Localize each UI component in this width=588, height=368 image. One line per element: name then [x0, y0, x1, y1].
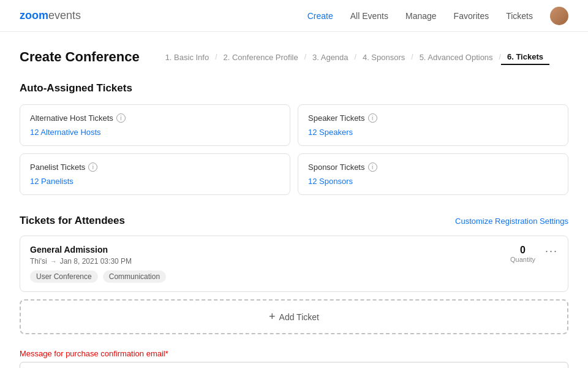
ga-date-end: Jan 8, 2021 03:30 PM [60, 257, 132, 266]
nav-manage[interactable]: Manage [405, 11, 437, 21]
page-header: Create Conference 1. Basic Info / 2. Con… [20, 49, 568, 65]
required-indicator: * [165, 349, 168, 358]
step-advanced-options[interactable]: 5. Advanced Options [413, 50, 499, 64]
speaker-link[interactable]: 12 Speakers [308, 128, 558, 137]
auto-assigned-title: Auto-Assigned Tickets [20, 82, 568, 94]
logo: zoomevents [20, 9, 81, 22]
step-agenda[interactable]: 3. Agenda [306, 50, 355, 64]
step-sponsors[interactable]: 4. Sponsors [356, 50, 411, 64]
alt-host-label: Alternative Host Tickets [30, 113, 113, 123]
purchase-email-label: Message for purchase confirmation email* [20, 349, 568, 358]
header: zoomevents Create All Events Manage Favo… [0, 0, 588, 32]
ga-quantity-number: 0 [510, 245, 535, 256]
add-ticket-label: Add Ticket [279, 312, 319, 322]
plus-icon: + [269, 310, 276, 323]
avatar[interactable] [550, 7, 568, 25]
speaker-info-icon[interactable]: i [368, 113, 377, 123]
panelist-card-title: Panelist Tickets i [30, 163, 280, 172]
panelist-link[interactable]: 12 Panelists [30, 177, 280, 186]
nav-create[interactable]: Create [307, 11, 333, 21]
general-admission-card: General Admission Thi'si → Jan 8, 2021 0… [20, 236, 568, 292]
step-basic-info[interactable]: 1. Basic Info [159, 50, 216, 64]
nav-favorites[interactable]: Favorites [454, 11, 489, 21]
main-nav: Create All Events Manage Favorites Ticke… [307, 7, 568, 25]
alt-host-info-icon[interactable]: i [116, 113, 126, 123]
speaker-card-title: Speaker Tickets i [308, 113, 558, 123]
panelist-ticket-card: Panelist Tickets i 12 Panelists [20, 153, 290, 195]
ga-date-range: Thi'si → Jan 8, 2021 03:30 PM [30, 257, 510, 266]
attendees-header: Tickets for Attendees Customize Registra… [20, 215, 568, 227]
ga-card-top: General Admission Thi'si → Jan 8, 2021 0… [30, 245, 558, 283]
sponsor-label: Sponsor Tickets [308, 163, 365, 172]
ga-date-start: Thi'si [30, 257, 47, 266]
page-title: Create Conference [20, 49, 140, 65]
ga-quantity-label: Quantity [510, 256, 535, 263]
alt-host-card-title: Alternative Host Tickets i [30, 113, 280, 123]
purchase-confirmation-textarea[interactable] [20, 362, 568, 368]
panelist-info-icon[interactable]: i [88, 163, 97, 172]
tag-communication: Communication [103, 270, 166, 283]
ga-card-left: General Admission Thi'si → Jan 8, 2021 0… [30, 245, 510, 283]
step-tickets[interactable]: 6. Tickets [501, 50, 549, 65]
sponsor-info-icon[interactable]: i [368, 163, 377, 172]
purchase-email-label-text: Message for purchase confirmation email [20, 349, 165, 358]
sponsor-link[interactable]: 12 Sponsors [308, 177, 558, 186]
panelist-label: Panelist Tickets [30, 163, 85, 172]
add-ticket-button[interactable]: + Add Ticket [20, 299, 568, 334]
ga-name: General Admission [30, 245, 510, 255]
ga-more-menu[interactable]: ··· [545, 245, 558, 258]
attendees-title: Tickets for Attendees [20, 215, 125, 227]
nav-all-events[interactable]: All Events [350, 11, 388, 21]
auto-assigned-grid: Alternative Host Tickets i 12 Alternativ… [20, 104, 568, 195]
nav-tickets[interactable]: Tickets [506, 11, 533, 21]
sponsor-card-title: Sponsor Tickets i [308, 163, 558, 172]
speaker-label: Speaker Tickets [308, 113, 365, 123]
avatar-image [550, 7, 568, 25]
alt-host-ticket-card: Alternative Host Tickets i 12 Alternativ… [20, 104, 290, 146]
ga-card-right: 0 Quantity ··· [510, 245, 558, 263]
customize-registration-link[interactable]: Customize Registration Settings [455, 217, 568, 226]
logo-events-text: events [48, 9, 81, 22]
speaker-ticket-card: Speaker Tickets i 12 Speakers [298, 104, 568, 146]
main-content: Create Conference 1. Basic Info / 2. Con… [0, 32, 588, 368]
steps-nav: 1. Basic Info / 2. Conference Profile / … [159, 50, 549, 65]
logo-zoom-text: zoom [20, 9, 48, 22]
tag-user-conference: User Conference [30, 270, 98, 283]
ga-tags: User Conference Communication [30, 270, 510, 283]
alt-host-link[interactable]: 12 Alternative Hosts [30, 128, 280, 137]
ga-date-arrow: → [50, 258, 57, 265]
step-conference-profile[interactable]: 2. Conference Profile [217, 50, 304, 64]
sponsor-ticket-card: Sponsor Tickets i 12 Sponsors [298, 153, 568, 195]
ga-quantity: 0 Quantity [510, 245, 535, 263]
